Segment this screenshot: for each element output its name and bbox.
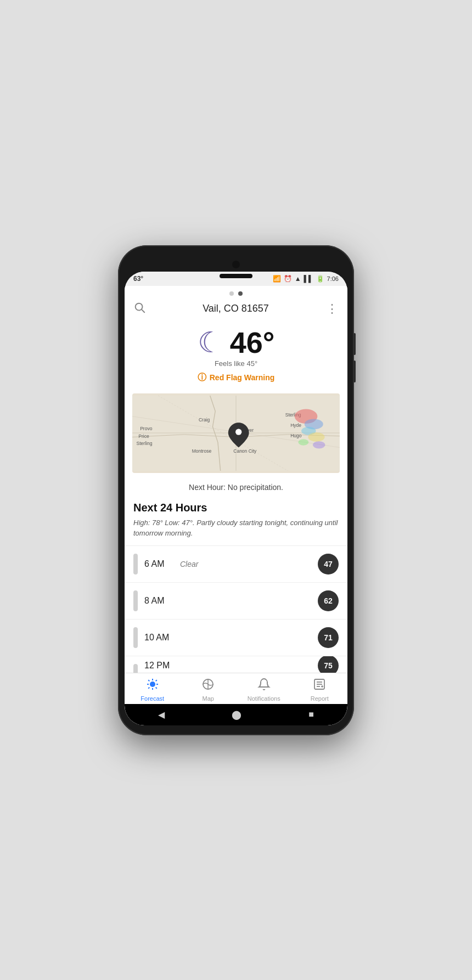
svg-text:Sterling: Sterling — [137, 440, 153, 446]
report-icon — [313, 678, 326, 694]
nav-item-forecast[interactable]: Forecast — [125, 678, 181, 702]
feels-like-text: Feels like 45° — [215, 359, 257, 368]
svg-line-1 — [142, 309, 144, 312]
phone-screen: 63° 📶 ⏰ ▲ ▌▌ 🔋 7:06 — [125, 272, 347, 725]
page-dot-2[interactable] — [238, 291, 243, 296]
location-title: Vail, CO 81657 — [203, 303, 269, 314]
volume-up-button[interactable] — [353, 333, 356, 355]
hour-bar — [133, 590, 138, 611]
bluetooth-icon: 📶 — [273, 275, 281, 283]
weather-map[interactable]: Provo Price Sterling Craig Denver Montro… — [132, 393, 340, 473]
weather-hero: ☾ 46° Feels like 45° ⓘ Red Flag Warning — [125, 322, 347, 387]
hour-bar — [133, 627, 138, 648]
hour-time: 8 AM — [144, 596, 180, 606]
nav-label-map: Map — [203, 695, 214, 702]
page-dot-1[interactable] — [229, 291, 234, 296]
next-hour-text: Next Hour: No precipitation. — [125, 480, 347, 499]
recent-apps-button[interactable]: ■ — [308, 709, 314, 719]
app-header: Vail, CO 81657 ⋮ — [125, 299, 347, 322]
map-icon — [201, 678, 215, 694]
svg-text:Price: Price — [138, 433, 149, 439]
nav-item-notifications[interactable]: Notifications — [236, 678, 292, 702]
svg-text:Provo: Provo — [140, 426, 152, 431]
hour-bar — [133, 554, 138, 575]
hour-bar — [133, 664, 138, 673]
svg-text:Montrose: Montrose — [192, 448, 212, 453]
nav-label-notifications: Notifications — [248, 695, 280, 702]
hour-time: 10 AM — [144, 633, 180, 643]
back-button[interactable]: ◀ — [158, 709, 165, 720]
search-button[interactable] — [133, 301, 145, 317]
status-time: 7:06 — [327, 275, 339, 282]
status-icons: 📶 ⏰ ▲ ▌▌ 🔋 7:06 — [273, 275, 339, 283]
svg-text:Canon City: Canon City — [233, 448, 257, 453]
temperature-value: 46° — [230, 328, 275, 357]
wifi-icon: ▲ — [295, 275, 301, 283]
svg-line-32 — [155, 680, 156, 681]
phone-device: 63° 📶 ⏰ ▲ ▌▌ 🔋 7:06 — [118, 245, 354, 735]
volume-down-button[interactable] — [353, 361, 356, 382]
table-row: 12 PM 75 — [125, 656, 347, 673]
svg-point-22 — [298, 439, 308, 445]
svg-point-21 — [308, 432, 324, 442]
section-title-24h: Next 24 Hours — [125, 499, 347, 517]
section-subtitle-24h: High: 78° Low: 47°. Partly cloudy starti… — [125, 517, 347, 545]
svg-line-31 — [148, 687, 149, 688]
nav-label-report: Report — [311, 695, 329, 702]
temp-bubble: 47 — [318, 554, 339, 575]
main-scroll-area[interactable]: ☾ 46° Feels like 45° ⓘ Red Flag Warning — [125, 322, 347, 673]
battery-icon: 🔋 — [316, 275, 324, 283]
svg-point-24 — [150, 682, 155, 687]
notifications-icon — [257, 678, 271, 694]
status-temperature: 63° — [133, 275, 143, 283]
warning-badge: ⓘ Red Flag Warning — [198, 372, 274, 384]
phone-speaker — [220, 274, 252, 278]
warning-icon: ⓘ — [198, 372, 206, 384]
forecast-icon — [146, 678, 159, 694]
android-nav-bar: ◀ ⬤ ■ — [125, 704, 347, 725]
svg-line-29 — [148, 680, 149, 681]
app-content: Vail, CO 81657 ⋮ ☾ 46° Feels like 45° ⓘ — [125, 286, 347, 704]
page-indicators — [125, 286, 347, 299]
temp-bubble: 75 — [318, 656, 339, 673]
svg-point-17 — [235, 429, 241, 435]
hour-condition: Clear — [180, 560, 318, 568]
weather-top: ☾ 46° — [198, 328, 275, 357]
nav-item-report[interactable]: Report — [292, 678, 348, 702]
table-row: 10 AM 71 — [125, 619, 347, 656]
alarm-icon: ⏰ — [284, 275, 292, 283]
signal-icon: ▌▌ — [304, 275, 313, 283]
svg-text:Craig: Craig — [199, 417, 210, 423]
hourly-list: 6 AM Clear 47 8 AM 62 10 AM 71 — [125, 545, 347, 673]
nav-label-forecast: Forecast — [141, 695, 164, 702]
hour-time: 12 PM — [144, 661, 180, 671]
temp-bubble: 71 — [318, 627, 339, 648]
moon-icon: ☾ — [198, 328, 223, 357]
warning-text: Red Flag Warning — [210, 373, 274, 382]
more-menu-button[interactable]: ⋮ — [326, 302, 339, 316]
hour-time: 6 AM — [144, 559, 180, 569]
table-row: 8 AM 62 — [125, 583, 347, 619]
temperature-display: 46° — [230, 328, 275, 357]
home-button[interactable]: ⬤ — [232, 709, 241, 720]
svg-point-23 — [313, 441, 325, 448]
svg-text:Hugo: Hugo — [290, 432, 302, 438]
temp-bubble: 62 — [318, 590, 339, 611]
nav-item-map[interactable]: Map — [181, 678, 237, 702]
phone-camera — [232, 261, 240, 268]
table-row: 6 AM Clear 47 — [125, 546, 347, 583]
svg-line-30 — [155, 687, 156, 688]
svg-text:Hyde: Hyde — [290, 422, 301, 427]
bottom-nav: Forecast Map — [125, 673, 347, 704]
